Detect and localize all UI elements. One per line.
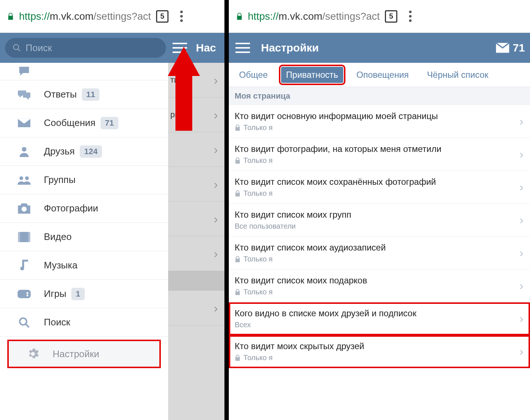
svg-point-9 xyxy=(26,292,28,294)
sidebar-item-replies[interactable]: Ответы11 xyxy=(0,80,168,109)
sidebar-item-games[interactable]: Игры1 xyxy=(0,280,168,308)
sidebar: Ответы11Сообщения71Друзья124ГруппыФотогр… xyxy=(0,63,168,420)
sidebar-item-search[interactable]: Поиск xyxy=(0,308,168,337)
tabs: ОбщееПриватностьОповещенияЧёрный список xyxy=(229,63,530,87)
video-icon xyxy=(17,232,31,242)
privacy-row-value: Только я xyxy=(235,123,516,132)
lock-icon xyxy=(235,256,241,263)
privacy-row-1[interactable]: Кто видит фотографии, на которых меня от… xyxy=(229,138,530,171)
privacy-row-6[interactable]: Кого видно в списке моих друзей и подпис… xyxy=(229,302,530,335)
sidebar-item-count: 1 xyxy=(71,288,84,300)
sidebar-item-video[interactable]: Видео xyxy=(0,223,168,251)
mail-icon xyxy=(496,43,509,53)
chevron-right-icon: › xyxy=(519,148,523,161)
tab-count-box[interactable]: 5 xyxy=(156,10,169,23)
url-bar[interactable]: https://m.vk.com/settings?act xyxy=(248,11,380,22)
vk-header: Настройки 71 xyxy=(229,33,530,63)
browser-menu-icon[interactable] xyxy=(176,11,187,22)
annotation-arrow xyxy=(173,47,195,131)
sidebar-item-count: 124 xyxy=(80,145,102,158)
photo-icon xyxy=(17,203,31,214)
sidebar-item-friend[interactable]: Друзья124 xyxy=(0,137,168,166)
privacy-row-value: Всех xyxy=(235,321,516,329)
chevron-right-icon: › xyxy=(519,246,523,260)
obscured-row[interactable]: › xyxy=(168,236,224,271)
privacy-row-3[interactable]: Кто видит список моих группВсе пользоват… xyxy=(229,204,530,237)
mail-badge[interactable]: 71 xyxy=(496,42,525,54)
search-icon xyxy=(17,317,31,328)
lock-icon xyxy=(235,12,243,21)
obscured-row[interactable]: › xyxy=(168,167,224,202)
privacy-row-4[interactable]: Кто видит список моих аудиозаписейТолько… xyxy=(229,237,530,270)
privacy-row-title: Кто видит фотографии, на которых меня от… xyxy=(235,144,516,154)
sidebar-item-count: 71 xyxy=(101,117,118,129)
groups-icon xyxy=(17,175,31,185)
search-input[interactable]: Поиск xyxy=(5,38,166,58)
privacy-row-title: Кто видит список моих сохранённых фотогр… xyxy=(235,177,516,187)
chevron-right-icon: › xyxy=(519,312,523,325)
speech-icon xyxy=(17,66,31,77)
svg-point-2 xyxy=(22,147,27,152)
chevron-right-icon: › xyxy=(214,142,218,157)
sidebar-item-label: Фотографии xyxy=(44,203,98,214)
sidebar-item-label: Видео xyxy=(44,231,72,243)
privacy-list: Кто видит основную информацию моей стран… xyxy=(229,105,530,368)
sidebar-item-label: Сообщения xyxy=(44,117,95,129)
obscured-row[interactable]: › xyxy=(168,291,224,325)
chevron-right-icon: › xyxy=(214,301,218,315)
sidebar-item-groups[interactable]: Группы xyxy=(0,166,168,194)
svg-point-4 xyxy=(25,176,29,180)
tab-count-box[interactable]: 5 xyxy=(385,10,397,23)
svg-point-3 xyxy=(19,176,23,180)
tab-2[interactable]: Оповещения xyxy=(351,67,414,83)
browser-menu-icon[interactable] xyxy=(405,11,416,22)
svg-point-11 xyxy=(20,318,27,325)
privacy-row-title: Кто видит моих скрытых друзей xyxy=(235,341,516,351)
svg-rect-8 xyxy=(28,232,30,242)
privacy-row-value: Все пользователи xyxy=(235,222,516,230)
sidebar-item-photo[interactable]: Фотографии xyxy=(0,194,168,223)
svg-point-0 xyxy=(14,45,19,50)
chevron-right-icon: › xyxy=(214,108,218,122)
tab-0[interactable]: Общее xyxy=(234,67,273,83)
obscured-row[interactable]: › xyxy=(168,202,224,236)
hamburger-icon[interactable] xyxy=(235,43,250,53)
obscured-divider xyxy=(168,271,224,291)
sidebar-item-gear[interactable]: Настройки xyxy=(7,340,161,368)
url-bar[interactable]: https://m.vk.com/settings?act xyxy=(19,11,151,22)
lock-icon xyxy=(235,190,241,197)
privacy-row-5[interactable]: Кто видит список моих подарковТолько я› xyxy=(229,270,530,302)
privacy-row-title: Кто видит список моих групп xyxy=(235,210,516,220)
tab-1[interactable]: Приватность xyxy=(281,67,343,83)
chevron-right-icon: › xyxy=(519,213,523,227)
sidebar-item-mail[interactable]: Сообщения71 xyxy=(0,109,168,137)
sidebar-item-music[interactable]: Музыка xyxy=(0,251,168,280)
lock-icon xyxy=(235,289,241,295)
chevron-right-icon: › xyxy=(519,180,523,194)
mail-count: 71 xyxy=(513,42,525,54)
search-placeholder: Поиск xyxy=(26,42,52,54)
chevron-right-icon: › xyxy=(214,177,218,191)
svg-line-1 xyxy=(18,49,20,51)
sidebar-item-label: Ответы xyxy=(44,89,77,100)
lock-icon xyxy=(235,125,241,131)
page-title: Настройки xyxy=(261,42,319,54)
sidebar-item-label: Друзья xyxy=(44,146,75,157)
sidebar-item-label: Поиск xyxy=(44,317,70,328)
music-icon xyxy=(17,260,31,271)
sidebar-item-speech[interactable] xyxy=(0,63,168,80)
obscured-row[interactable]: › xyxy=(168,132,224,167)
privacy-row-2[interactable]: Кто видит список моих сохранённых фотогр… xyxy=(229,171,530,204)
section-header: Моя страница xyxy=(229,87,530,105)
gear-icon xyxy=(26,348,40,360)
privacy-row-value: Только я xyxy=(235,189,516,198)
privacy-row-title: Кого видно в списке моих друзей и подпис… xyxy=(235,308,516,318)
svg-point-10 xyxy=(26,294,28,296)
replies-icon xyxy=(17,89,31,100)
privacy-row-0[interactable]: Кто видит основную информацию моей стран… xyxy=(229,105,530,138)
lock-icon xyxy=(235,355,241,361)
privacy-row-7[interactable]: Кто видит моих скрытых друзейТолько я› xyxy=(229,335,530,368)
chevron-right-icon: › xyxy=(214,247,218,261)
sidebar-item-count: 11 xyxy=(82,88,99,101)
tab-3[interactable]: Чёрный список xyxy=(422,67,493,83)
